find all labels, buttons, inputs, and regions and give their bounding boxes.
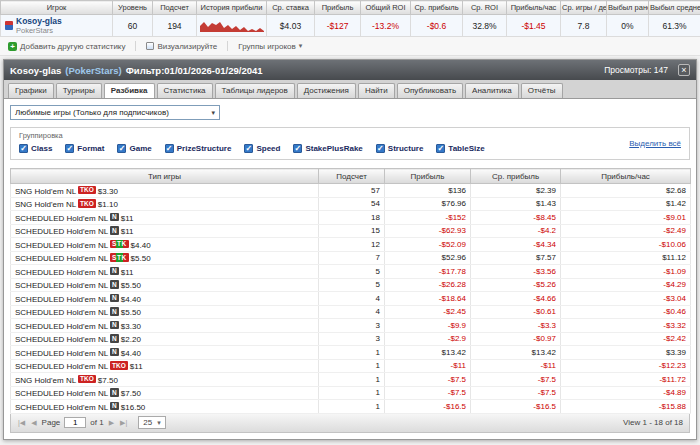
prev-page-icon[interactable]: ◀: [30, 419, 37, 427]
game-row[interactable]: SCHEDULED Hold'em NLN$5.50 5 -$26.28 -$5…: [11, 278, 691, 292]
game-row[interactable]: SCHEDULED Hold'em NLN$11 18 -$152 -$8.45…: [11, 211, 691, 225]
tab[interactable]: Отчёты: [521, 83, 563, 98]
game-type-label: SCHEDULED Hold'em NL: [15, 389, 108, 398]
stats-column-header[interactable]: Подсчет: [153, 1, 197, 15]
game-row[interactable]: SCHEDULED Hold'em NLSTK$4.40 12 -$52.09 …: [11, 238, 691, 252]
tab[interactable]: Аналитика: [465, 83, 519, 98]
add-statistics-button[interactable]: + Добавить другую статистику: [8, 42, 125, 51]
checkbox-checked-icon[interactable]: ✓: [436, 144, 445, 153]
game-row[interactable]: SNG Hold'em NLTKO$3.30 57 $136 $2.39 $2.…: [11, 184, 691, 198]
stats-column-header[interactable]: Выбыл среднее: [649, 1, 700, 15]
close-icon[interactable]: ×: [678, 64, 690, 76]
stats-column-header[interactable]: Ср. игры / день: [561, 1, 607, 15]
column-header-avg-profit[interactable]: Ср. прибыль: [471, 169, 561, 184]
next-page-icon[interactable]: ▶: [108, 419, 115, 427]
games-filter-select[interactable]: Любимые игры (Только для подписчиков) ▾: [10, 105, 220, 120]
game-stake: $5.50: [131, 254, 151, 263]
stats-column-header[interactable]: Игрок: [1, 1, 113, 15]
game-type-cell: SCHEDULED Hold'em NLN$16.50: [11, 400, 319, 414]
stats-column-header[interactable]: Уровень: [113, 1, 153, 15]
game-row[interactable]: SCHEDULED Hold'em NLN$16.50 1 -$16.5 -$1…: [11, 400, 691, 414]
grouping-checkbox[interactable]: ✓ Speed: [244, 144, 280, 153]
grouping-checkbox[interactable]: ✓ TableSize: [436, 144, 484, 153]
game-row[interactable]: SNG Hold'em NLTKO$7.50 1 -$7.5 -$7.5 -$1…: [11, 373, 691, 387]
stats-column-header[interactable]: Прибыль/час: [507, 1, 561, 15]
stats-column-header[interactable]: Ср. ROI: [463, 1, 507, 15]
checkbox-checked-icon[interactable]: ✓: [244, 144, 253, 153]
grouping-checkbox[interactable]: ✓ PrizeStructure: [165, 144, 232, 153]
column-header-count[interactable]: Подсчет: [319, 169, 385, 184]
game-row[interactable]: SCHEDULED Hold'em NLSTK$5.50 7 $52.96 $7…: [11, 251, 691, 265]
checkbox-checked-icon[interactable]: ✓: [293, 144, 302, 153]
stats-column-header[interactable]: История прибыли: [197, 1, 267, 15]
select-all-link[interactable]: Выделить всё: [629, 139, 681, 148]
last-page-icon[interactable]: ▶|: [119, 419, 128, 427]
game-type-label: SCHEDULED Hold'em NL: [15, 267, 108, 276]
stat-avg-profit: -$0.6: [411, 15, 463, 37]
checkbox-checked-icon[interactable]: ✓: [19, 144, 28, 153]
stats-column-header[interactable]: Ср. ставка: [267, 1, 315, 15]
game-row[interactable]: SCHEDULED Hold'em NLN$3.30 3 -$9.9 -$3.3…: [11, 319, 691, 333]
panel-title-filter: Фильтр:01/01/2026-01/29/2041: [126, 65, 263, 76]
game-type-cell: SCHEDULED Hold'em NLSTK$5.50: [11, 251, 319, 265]
game-badge: N: [110, 334, 119, 343]
game-type-cell: SCHEDULED Hold'em NLN$2.20: [11, 332, 319, 346]
tab[interactable]: Опубликовать: [397, 83, 463, 98]
game-row[interactable]: SCHEDULED Hold'em NLN$11 15 -$62.93 -$4.…: [11, 224, 691, 238]
game-row[interactable]: SCHEDULED Hold'em NLN$4.40 1 $13.42 $13.…: [11, 346, 691, 360]
game-type-label: SNG Hold'em NL: [15, 186, 76, 195]
stats-column-header[interactable]: Выбыл рано: [607, 1, 649, 15]
player-name[interactable]: Kosoy-glas: [16, 16, 62, 26]
checkbox-checked-icon[interactable]: ✓: [165, 144, 174, 153]
column-header-game-type[interactable]: Тип игры: [11, 169, 319, 184]
tab[interactable]: Таблицы лидеров: [215, 83, 295, 98]
view-range-info: View 1 - 18 of 18: [623, 418, 683, 427]
hourly-cell: -$15.88: [561, 400, 691, 414]
player-groups-dropdown[interactable]: Группы игроков ▾: [238, 42, 302, 51]
page-size-select[interactable]: 25 ▾: [138, 416, 165, 429]
player-row[interactable]: Kosoy-glas PokerStars 60 194 $4.03 -$127…: [1, 15, 700, 37]
player-stats-table: ИгрокУровеньПодсчетИстория прибылиСр. ст…: [0, 0, 700, 37]
stats-column-header[interactable]: Ср. прибыль: [411, 1, 463, 15]
grouping-checkbox[interactable]: ✓ Structure: [376, 144, 424, 153]
chevron-down-icon: ▾: [299, 42, 303, 50]
stats-column-header[interactable]: Прибыль: [315, 1, 361, 15]
grouping-checkbox[interactable]: ✓ Class: [19, 144, 52, 153]
tab[interactable]: Найти: [358, 83, 395, 98]
tab[interactable]: Статистика: [157, 83, 213, 98]
tab[interactable]: Достижения: [297, 83, 356, 98]
game-type-label: SCHEDULED Hold'em NL: [15, 240, 108, 249]
game-row[interactable]: SCHEDULED Hold'em NLN$7.50 1 -$7.5 -$7.5…: [11, 386, 691, 400]
count-cell: 1: [319, 373, 385, 387]
game-badge: TKO: [78, 199, 96, 208]
panel-title-player: Kosoy-glas: [10, 65, 61, 76]
column-header-hourly[interactable]: Прибыль/час: [561, 169, 691, 184]
checkbox-checked-icon[interactable]: ✓: [117, 144, 126, 153]
breakdown-header-row: Тип игры Подсчет Прибыль Ср. прибыль При…: [11, 169, 691, 184]
game-badge: N: [110, 307, 119, 316]
game-row[interactable]: SCHEDULED Hold'em NLTKO$11 1 -$11 -$11 -…: [11, 359, 691, 373]
hourly-cell: -$3.32: [561, 319, 691, 333]
checkbox-checked-icon[interactable]: ✓: [376, 144, 385, 153]
game-stake: $11: [121, 267, 134, 276]
player-cell[interactable]: Kosoy-glas PokerStars: [1, 15, 113, 37]
stat-avg-finish: 61.3%: [649, 15, 700, 37]
game-row[interactable]: SNG Hold'em NLTKO$1.10 54 $76.96 $1.43 $…: [11, 197, 691, 211]
tab[interactable]: Разбивка: [104, 83, 155, 98]
game-row[interactable]: SCHEDULED Hold'em NLN$4.40 4 -$18.64 -$4…: [11, 292, 691, 306]
grouping-checkbox[interactable]: ✓ StakePlusRake: [293, 144, 362, 153]
game-row[interactable]: SCHEDULED Hold'em NLN$2.20 3 -$2.9 -$0.9…: [11, 332, 691, 346]
game-row[interactable]: SCHEDULED Hold'em NLN$5.50 4 -$2.45 -$0.…: [11, 305, 691, 319]
game-type-cell: SCHEDULED Hold'em NLSTK$4.40: [11, 238, 319, 252]
checkbox-checked-icon[interactable]: ✓: [65, 144, 74, 153]
grouping-checkbox[interactable]: ✓ Game: [117, 144, 151, 153]
tab[interactable]: Графики: [8, 83, 54, 98]
page-input[interactable]: [64, 417, 86, 428]
tab[interactable]: Турниры: [56, 83, 102, 98]
stats-column-header[interactable]: Общий ROI: [361, 1, 411, 15]
column-header-profit[interactable]: Прибыль: [385, 169, 471, 184]
visualize-button[interactable]: Визуализируйте: [146, 42, 217, 51]
grouping-checkbox[interactable]: ✓ Format: [65, 144, 104, 153]
first-page-icon[interactable]: |◀: [17, 419, 26, 427]
game-row[interactable]: SCHEDULED Hold'em NLN$11 5 -$17.78 -$3.5…: [11, 265, 691, 279]
